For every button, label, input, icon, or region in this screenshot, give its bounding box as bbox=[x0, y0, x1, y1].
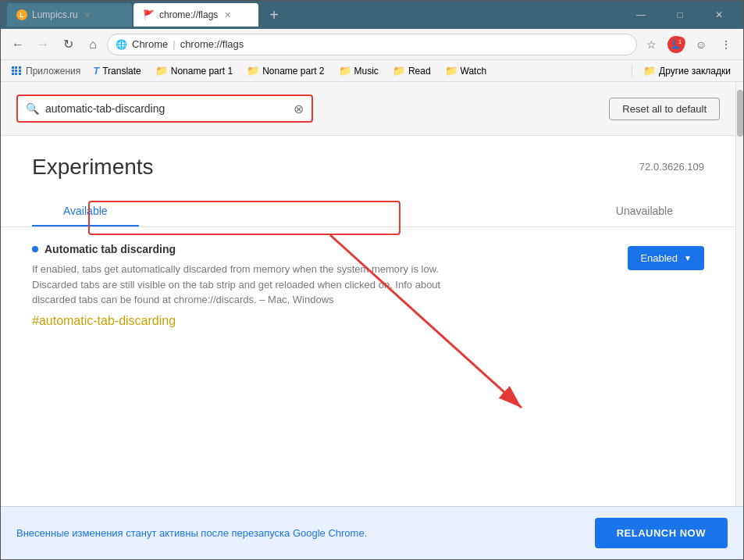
bookmarks-bar: Приложения T Translate 📁 Noname part 1 📁… bbox=[1, 60, 743, 82]
experiments-header: Experiments 72.0.3626.109 bbox=[1, 136, 735, 180]
notification-badge: 1 bbox=[675, 37, 685, 48]
translate-icon: T bbox=[93, 65, 99, 77]
experiment-content: Automatic tab discarding If enabled, tab… bbox=[32, 243, 628, 328]
search-box[interactable]: 🔍 ⊗ bbox=[16, 95, 313, 123]
tab-lumpics-label: Lumpics.ru bbox=[32, 9, 78, 20]
bottom-bar: Внесенные изменения станут активны после… bbox=[1, 506, 743, 559]
enabled-button-arrow: ▼ bbox=[684, 254, 692, 262]
search-clear-icon[interactable]: ⊗ bbox=[294, 102, 304, 116]
folder-icon-noname1: 📁 bbox=[155, 65, 168, 77]
menu-button[interactable]: ⋮ bbox=[715, 34, 737, 55]
bookmark-music-label: Music bbox=[354, 66, 379, 77]
experiment-link[interactable]: #automatic-tab-discarding bbox=[32, 314, 176, 327]
experiment-dot bbox=[32, 246, 38, 252]
star-button[interactable]: ☆ bbox=[640, 34, 662, 55]
smiley-button[interactable]: ☺ bbox=[690, 34, 712, 55]
experiment-description: If enabled, tabs get automatically disca… bbox=[32, 262, 485, 308]
bookmarks-divider bbox=[632, 64, 632, 78]
address-url: chrome://flags bbox=[180, 38, 244, 50]
refresh-button[interactable]: ↻ bbox=[57, 34, 79, 55]
enabled-button-label: Enabled bbox=[640, 252, 678, 264]
bookmark-watch[interactable]: 📁 Watch bbox=[439, 63, 493, 78]
flags-search-bar: 🔍 ⊗ Reset all to default bbox=[1, 82, 735, 136]
bookmark-translate[interactable]: T Translate bbox=[87, 63, 148, 78]
bookmark-music[interactable]: 📁 Music bbox=[333, 63, 385, 78]
site-name: Chrome bbox=[132, 38, 168, 50]
apps-grid-icon bbox=[12, 66, 21, 76]
enabled-button[interactable]: Enabled ▼ bbox=[628, 246, 704, 270]
relaunch-notice: Внесенные изменения станут активны после… bbox=[16, 527, 595, 539]
window-controls: — □ ✕ bbox=[623, 3, 737, 27]
tab-flags-favicon: 🚩 bbox=[143, 9, 155, 20]
scrollbar-thumb[interactable] bbox=[737, 90, 743, 137]
experiment-action: Enabled ▼ bbox=[628, 243, 704, 270]
experiment-name: Automatic tab discarding bbox=[32, 243, 628, 255]
bookmark-read[interactable]: 📁 Read bbox=[386, 63, 437, 78]
folder-icon-read: 📁 bbox=[393, 65, 405, 77]
search-icon: 🔍 bbox=[26, 102, 39, 115]
bookmark-watch-label: Watch bbox=[461, 66, 487, 77]
bookmark-noname1[interactable]: 📁 Noname part 1 bbox=[149, 63, 239, 78]
tab-flags-close[interactable]: × bbox=[224, 9, 230, 21]
tab-flags[interactable]: 🚩 chrome://flags × bbox=[133, 3, 258, 27]
experiment-item: Automatic tab discarding If enabled, tab… bbox=[1, 227, 735, 344]
relaunch-button[interactable]: RELAUNCH NOW bbox=[595, 518, 728, 548]
version-number: 72.0.3626.109 bbox=[639, 155, 704, 173]
scrollbar[interactable] bbox=[735, 82, 743, 506]
bookmark-noname1-label: Noname part 1 bbox=[171, 66, 233, 77]
experiments-tabs: Available Unavailable bbox=[1, 195, 735, 227]
home-button[interactable]: ⌂ bbox=[82, 34, 104, 55]
bookmark-noname2[interactable]: 📁 Noname part 2 bbox=[240, 63, 330, 78]
apps-label: Приложения bbox=[26, 66, 80, 77]
folder-icon-watch: 📁 bbox=[445, 65, 457, 77]
minimize-button[interactable]: — bbox=[623, 3, 659, 27]
site-security-icon: 🌐 bbox=[116, 39, 127, 50]
experiments-title: Experiments bbox=[32, 155, 154, 180]
bookmark-noname2-label: Noname part 2 bbox=[262, 66, 324, 77]
forward-button[interactable]: → bbox=[32, 34, 54, 55]
tab-flags-label: chrome://flags bbox=[159, 9, 218, 20]
other-bookmarks-button[interactable]: 📁 Другие закладки bbox=[637, 63, 737, 78]
toolbar: ← → ↻ ⌂ 🌐 Chrome | chrome://flags ☆ 👤 1 … bbox=[1, 29, 743, 60]
titlebar: L Lumpics.ru × 🚩 chrome://flags × + — □ … bbox=[1, 1, 743, 29]
bookmark-translate-label: Translate bbox=[102, 66, 141, 77]
folder-icon-others: 📁 bbox=[643, 65, 656, 77]
experiment-controls: Automatic tab discarding If enabled, tab… bbox=[32, 243, 704, 328]
tab-lumpics-close[interactable]: × bbox=[84, 9, 91, 21]
close-button[interactable]: ✕ bbox=[701, 3, 737, 27]
profile-icon[interactable]: 👤 1 bbox=[665, 34, 687, 55]
new-tab-button[interactable]: + bbox=[263, 4, 285, 26]
apps-button[interactable]: Приложения bbox=[7, 64, 85, 78]
tab-unavailable[interactable]: Unavailable bbox=[585, 195, 704, 226]
tab-lumpics[interactable]: L Lumpics.ru × bbox=[7, 3, 132, 27]
folder-icon-music: 📁 bbox=[339, 65, 351, 77]
browser-window: L Lumpics.ru × 🚩 chrome://flags × + — □ … bbox=[0, 0, 744, 560]
search-input[interactable] bbox=[45, 102, 294, 115]
address-separator: | bbox=[173, 38, 175, 50]
reset-all-button[interactable]: Reset all to default bbox=[609, 98, 720, 120]
other-bookmarks-label: Другие закладки bbox=[659, 66, 731, 77]
main-content: 🔍 ⊗ Reset all to default Experiments 72.… bbox=[1, 82, 735, 506]
tab-favicon-lumpics: L bbox=[16, 9, 27, 20]
tab-available[interactable]: Available bbox=[32, 195, 139, 226]
maximize-button[interactable]: □ bbox=[662, 3, 698, 27]
bookmark-read-label: Read bbox=[408, 66, 431, 77]
content-wrapper: 🔍 ⊗ Reset all to default Experiments 72.… bbox=[1, 82, 743, 506]
back-button[interactable]: ← bbox=[7, 34, 29, 55]
address-bar[interactable]: 🌐 Chrome | chrome://flags bbox=[107, 34, 637, 55]
experiment-link-container: #automatic-tab-discarding bbox=[32, 314, 628, 328]
folder-icon-noname2: 📁 bbox=[247, 65, 259, 77]
